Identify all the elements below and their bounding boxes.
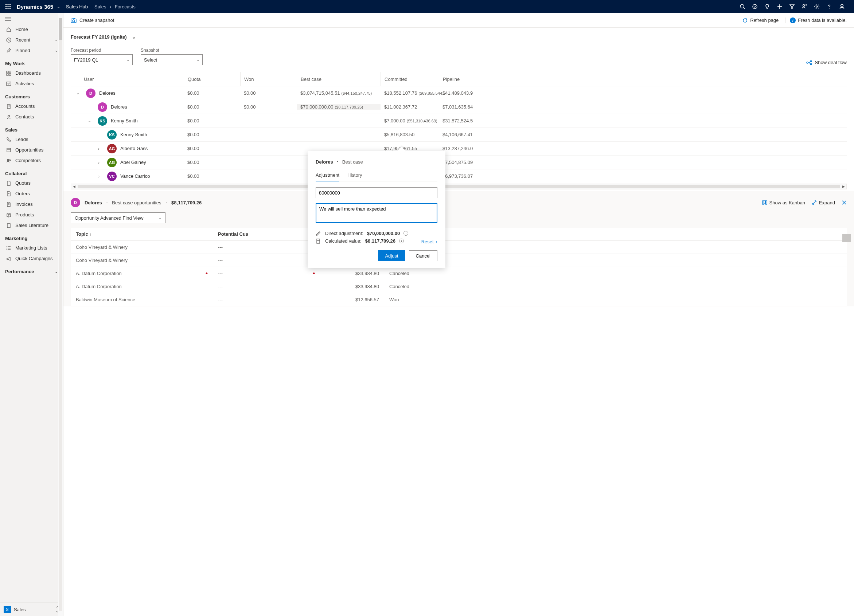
expand-button[interactable]: Expand: [812, 200, 835, 205]
sidebar-item-quickcamp[interactable]: Quick Campaigns: [0, 253, 63, 264]
cell-pipeline[interactable]: $41,489,043.9: [439, 90, 847, 96]
close-panel-button[interactable]: [842, 200, 847, 205]
scroll-right-icon[interactable]: ▶: [840, 184, 846, 189]
cell-topic: A. Datum Corporation•: [71, 271, 213, 276]
col-committed[interactable]: Committed: [381, 72, 439, 86]
col-quota[interactable]: Quota: [184, 72, 240, 86]
help-icon[interactable]: [826, 4, 839, 9]
hamburger-icon[interactable]: [0, 13, 63, 24]
sidebar-item-orders[interactable]: Orders: [0, 188, 63, 199]
grid-horizontal-scrollbar[interactable]: ◀▶: [71, 184, 847, 189]
adjustment-note-input[interactable]: [316, 203, 438, 223]
cell-bestcase[interactable]: $70,000,000.00($8,117,709.26): [297, 104, 381, 110]
hub-label[interactable]: Sales Hub: [66, 4, 88, 9]
col-user[interactable]: User: [71, 72, 184, 86]
sidebar-item-quotes[interactable]: Quotes: [0, 178, 63, 188]
view-select[interactable]: Opportunity Advanced Find View⌄: [71, 212, 165, 223]
col-best[interactable]: Best case: [297, 72, 381, 86]
sidebar-item-competitors[interactable]: Competitors: [0, 155, 63, 166]
expand-icon[interactable]: ›: [94, 146, 104, 151]
sidebar-item-dashboards[interactable]: Dashboards: [0, 68, 63, 78]
reset-button[interactable]: Reset›: [421, 239, 438, 245]
sidebar-item-activities[interactable]: Activities: [0, 78, 63, 89]
col-status[interactable]: Status Reason: [384, 231, 842, 237]
sidebar-item-invoices[interactable]: Invoices: [0, 199, 63, 210]
app-launcher-icon[interactable]: [3, 4, 13, 9]
col-customer[interactable]: Potential Cus: [213, 231, 308, 237]
gear-icon[interactable]: [814, 4, 826, 9]
task-icon[interactable]: [752, 4, 764, 9]
sidebar-item-contacts[interactable]: Contacts: [0, 111, 63, 122]
breadcrumb-root[interactable]: Sales: [95, 4, 107, 9]
table-row[interactable]: A. Datum Corporation---$33,984.80Cancele…: [71, 280, 847, 293]
cell-pipeline[interactable]: $7,504,875.09: [439, 160, 847, 165]
brand-chevron-icon[interactable]: ⌄: [57, 5, 60, 9]
info-icon[interactable]: i: [404, 231, 408, 236]
expand-icon[interactable]: ⌄: [85, 119, 94, 123]
sidebar-section-performance[interactable]: Performance⌄: [0, 264, 63, 276]
page-title[interactable]: Forecast FY 2019 (Ignite) ⌄: [71, 34, 847, 40]
tab-adjustment[interactable]: Adjustment: [316, 172, 339, 181]
sidebar-item-leads[interactable]: Leads: [0, 134, 63, 144]
cell-committed[interactable]: $17,951,861.55: [381, 146, 439, 151]
sidebar-item-opportunities[interactable]: Opportunities: [0, 144, 63, 155]
table-row[interactable]: ⌄DDelores$0.00$0.00$3,074,715,045.51($44…: [71, 86, 847, 100]
sidebar-item-home[interactable]: Home: [0, 24, 63, 35]
show-deal-flow-button[interactable]: Show deal flow: [806, 60, 847, 65]
breadcrumb-leaf[interactable]: Forecasts: [115, 4, 136, 9]
add-icon[interactable]: [777, 4, 789, 9]
cell-committed[interactable]: $18,552,107.76($69,855,544.3: [381, 90, 439, 96]
sidebar-scrollbar[interactable]: [58, 13, 63, 616]
adjustment-value-input[interactable]: [316, 187, 438, 198]
pin-icon: [5, 48, 12, 53]
cell-committed[interactable]: $7,000.00($51,310,436.63): [381, 118, 439, 123]
show-kanban-button[interactable]: Show as Kanban: [762, 200, 805, 205]
cell-bestcase[interactable]: $3,074,715,045.51($44,150,247.75): [297, 90, 381, 96]
snapshot-select[interactable]: Select⌄: [141, 54, 203, 65]
sidebar-item-accounts[interactable]: Accounts: [0, 101, 63, 111]
adjust-button[interactable]: Adjust: [378, 250, 405, 261]
assistant-icon[interactable]: [802, 4, 814, 9]
cell-pipeline[interactable]: $6,973,736.07: [439, 173, 847, 179]
cell-committed[interactable]: $5,816,803.50: [381, 132, 439, 137]
brand-label[interactable]: Dynamics 365: [17, 4, 53, 10]
col-won[interactable]: Won: [240, 72, 297, 86]
table-row[interactable]: Baldwin Museum of Science---$12,656.57Wo…: [71, 293, 847, 306]
lightbulb-icon[interactable]: [764, 4, 777, 9]
tab-history[interactable]: History: [347, 172, 362, 181]
cell-pipeline[interactable]: $4,106,667.41: [439, 132, 847, 137]
cell-committed[interactable]: $11,002,367.72: [381, 104, 439, 110]
table-row[interactable]: ›VCVance Carrico$0.00$12,564,834.85$6,97…: [71, 169, 847, 183]
create-snapshot-button[interactable]: Create snapshot: [71, 17, 114, 23]
sidebar-item-recent[interactable]: Recent⌄: [0, 35, 63, 45]
cell-pipeline[interactable]: $7,031,635.64: [439, 104, 847, 110]
table-row[interactable]: A. Datum Corporation•---•$33,984.80Cance…: [71, 267, 847, 280]
cancel-button[interactable]: Cancel: [409, 250, 438, 261]
table-row[interactable]: DDelores$0.00$0.00$70,000,000.00($8,117,…: [71, 100, 847, 114]
cell-pipeline[interactable]: $31,872,524.5: [439, 118, 847, 123]
refresh-button[interactable]: Refresh page: [742, 17, 779, 23]
user-icon[interactable]: [839, 3, 851, 10]
expand-icon[interactable]: ›: [94, 174, 104, 178]
table-row[interactable]: ›AGAlberto Gass$0.00$17,951,861.55$13,28…: [71, 141, 847, 155]
sidebar-item-pinned[interactable]: Pinned⌄: [0, 45, 63, 56]
col-topic[interactable]: Topic↑: [71, 231, 213, 237]
col-pipeline[interactable]: Pipeline: [439, 72, 847, 86]
table-row[interactable]: ⌄KSKenny Smith$0.00$7,000.00($51,310,436…: [71, 114, 847, 128]
period-select[interactable]: FY2019 Q1⌄: [71, 54, 133, 65]
table-row[interactable]: ›AGAbel Gainey$0.00$14,976,936.73$7,504,…: [71, 155, 847, 169]
table-row[interactable]: Coho Vineyard & Winery---$26,454.94Cance…: [71, 254, 847, 267]
expand-icon[interactable]: ⌄: [73, 91, 82, 96]
table-row[interactable]: KSKenny Smith$0.00$5,816,803.50$4,106,66…: [71, 128, 847, 141]
table-row[interactable]: Coho Vineyard & Winery---$26,454.94Cance…: [71, 241, 847, 254]
app-switcher[interactable]: S Sales ⌃⌄: [0, 602, 63, 616]
filter-icon[interactable]: [789, 4, 802, 9]
info-icon[interactable]: i: [399, 239, 404, 243]
scroll-left-icon[interactable]: ◀: [71, 184, 77, 189]
sidebar-item-mktlists[interactable]: Marketing Lists: [0, 243, 63, 253]
sidebar-item-products[interactable]: Products: [0, 210, 63, 220]
sidebar-item-saleslit[interactable]: Sales Literature: [0, 220, 63, 231]
expand-icon[interactable]: ›: [94, 160, 104, 165]
search-icon[interactable]: [740, 4, 752, 9]
cell-pipeline[interactable]: $13,287,246.0: [439, 146, 847, 151]
